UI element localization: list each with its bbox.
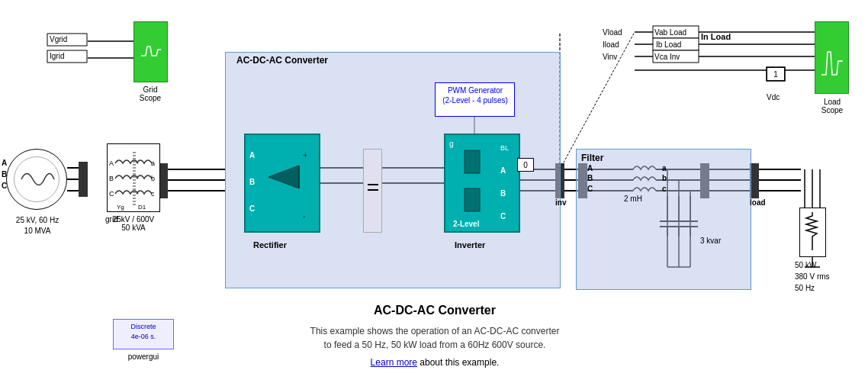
svg-text:-: - — [303, 211, 306, 220]
svg-rect-90 — [465, 150, 480, 173]
transformer: A B C a b c Yg D1 — [107, 143, 160, 212]
kvar-label: 3 kvar — [700, 237, 721, 245]
svg-text:2-Level: 2-Level — [453, 220, 480, 228]
source-terminal-b: B — [2, 170, 7, 179]
vca-inv-label: Vca Inv — [654, 53, 680, 61]
ib-load-label: Ib Load — [656, 40, 681, 49]
rectifier-block: + - A B C — [244, 134, 320, 233]
svg-text:Yg: Yg — [117, 204, 124, 211]
ac-source-inner — [14, 156, 59, 202]
inv-label: inv — [555, 198, 566, 207]
zero-constant: 0 — [517, 158, 534, 172]
filter-terminal-c: C — [587, 185, 593, 193]
learn-more-link[interactable]: Learn more — [371, 357, 417, 368]
bottom-description: This example shows the operation of an A… — [275, 324, 595, 352]
filter-out-a: a — [662, 164, 667, 172]
svg-rect-91 — [465, 188, 480, 211]
grid-label: grid — [105, 215, 118, 224]
svg-text:C: C — [109, 190, 114, 198]
svg-text:A: A — [249, 151, 255, 159]
load-resistor-a — [799, 208, 826, 257]
filter-mh-label: 2 mH — [624, 195, 642, 203]
svg-text:BL: BL — [500, 144, 509, 152]
svg-text:D1: D1 — [138, 204, 146, 211]
vgrid-label: Vgrid — [50, 35, 67, 43]
rectifier-label: Rectifier — [253, 240, 287, 249]
pwm-label: PWM Generator (2-Level - 4 pulses) — [438, 85, 513, 105]
svg-text:B: B — [500, 189, 506, 198]
source-label: 25 kV, 60 Hz 10 MVA — [4, 215, 71, 237]
source-terminal-a: A — [2, 159, 7, 167]
igrid-label: Igrid — [50, 52, 64, 60]
powergui-text: Discrete 4e-06 s. — [116, 322, 171, 341]
filter-terminal-b: B — [587, 174, 593, 182]
powergui-label: powergui — [116, 352, 171, 361]
in-load-label: In Load — [701, 32, 731, 41]
inverter-label: Inverter — [455, 240, 485, 249]
vload-label: Vload — [603, 28, 622, 37]
svg-text:C: C — [500, 212, 506, 220]
filter-out-b: b — [662, 174, 667, 182]
iload-label: Iload — [603, 40, 619, 49]
inverter-block: g BL A B C 2-Level — [444, 134, 520, 233]
vab-load-label: Vab Load — [654, 28, 686, 37]
grid-scope — [133, 21, 168, 82]
svg-text:B: B — [109, 175, 114, 182]
vinv-label: Vinv — [603, 53, 617, 61]
svg-text:g: g — [449, 140, 454, 148]
vdc-label: Vdc — [767, 93, 780, 101]
svg-text:c: c — [151, 190, 155, 198]
one-constant: 1 — [767, 67, 785, 81]
svg-text:B: B — [249, 178, 255, 186]
svg-text:a: a — [151, 159, 155, 167]
bottom-desc-line2: to feed a 50 Hz, 50 kW load from a 60Hz … — [275, 338, 595, 352]
bottom-title: AC-DC-AC Converter — [297, 304, 572, 317]
filter-terminal-a: A — [587, 164, 593, 172]
svg-text:b: b — [151, 175, 155, 182]
svg-text:A: A — [500, 166, 506, 175]
source-terminal-c: C — [2, 182, 7, 190]
grid-scope-label: Grid Scope — [131, 85, 169, 102]
svg-text:A: A — [109, 159, 114, 167]
ac-source — [6, 149, 67, 210]
svg-rect-3 — [79, 162, 88, 197]
svg-marker-83 — [268, 166, 299, 188]
dc-bus-capacitor — [363, 149, 382, 233]
load-label: load — [750, 198, 766, 207]
load-scope-label: Load Scope — [810, 98, 854, 114]
svg-text:C: C — [249, 204, 255, 213]
svg-text:+: + — [303, 150, 307, 159]
ac-dc-ac-label: AC-DC-AC Converter — [236, 55, 328, 66]
bottom-link-line: Learn more about this example. — [275, 357, 595, 368]
load-scope — [815, 21, 849, 94]
filter-label: Filter — [581, 153, 603, 163]
bottom-desc-line1: This example shows the operation of an A… — [275, 324, 595, 338]
bottom-link-post: about this example. — [420, 357, 499, 368]
filter-out-c: c — [662, 185, 667, 193]
diagram-container: AC-DC-AC Converter Filter Grid Scope Vgr… — [0, 0, 868, 383]
load-spec: 50 kW 380 V rms 50 Hz — [795, 259, 830, 294]
